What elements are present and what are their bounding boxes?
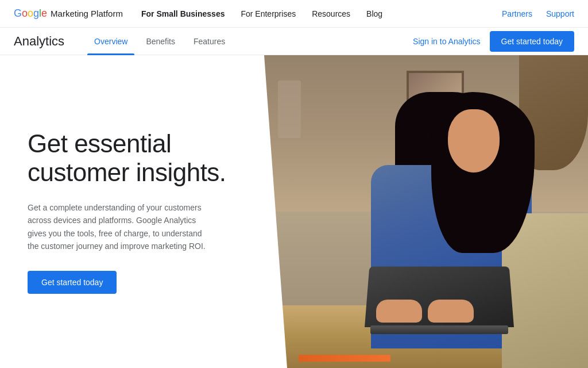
nav-link-resources[interactable]: Resources (312, 9, 350, 18)
platform-name: Marketing Platform (51, 9, 123, 18)
secondary-nav: Analytics Overview Benefits Features Sig… (0, 28, 588, 55)
tab-benefits[interactable]: Benefits (139, 28, 182, 55)
nav-link-blog[interactable]: Blog (366, 9, 382, 18)
tab-features[interactable]: Features (187, 28, 232, 55)
google-logo: Google (14, 7, 47, 20)
hand-left (376, 300, 422, 323)
sec-nav-right: Sign in to Analytics Get started today (413, 31, 574, 52)
top-nav: Google Marketing Platform For Small Busi… (0, 0, 588, 28)
nav-link-support[interactable]: Support (546, 9, 574, 18)
nav-link-enterprises[interactable]: For Enterprises (241, 9, 296, 18)
analytics-brand: Analytics (14, 34, 64, 49)
hero-cta-button[interactable]: Get started today (28, 271, 117, 294)
hero-content-panel: Get essential customer insights. Get a c… (0, 55, 287, 368)
face (448, 109, 500, 172)
hand-right (428, 300, 474, 323)
logo-area: Google Marketing Platform (14, 7, 123, 20)
hero-section: Get essential customer insights. Get a c… (0, 55, 588, 368)
tab-overview[interactable]: Overview (87, 28, 134, 55)
hero-headline: Get essential customer insights. (28, 129, 260, 187)
hero-description: Get a complete understanding of your cus… (28, 201, 211, 253)
get-started-header-button[interactable]: Get started today (490, 31, 574, 52)
nav-link-small-biz[interactable]: For Small Businesses (141, 9, 225, 18)
hands-laptop-area (359, 264, 543, 334)
top-nav-right: Partners Support (502, 9, 574, 18)
logo-g: G (14, 7, 22, 20)
shelf-item-bottle (278, 80, 301, 138)
laptop-base (370, 325, 508, 334)
sec-nav-links: Overview Benefits Features (87, 28, 413, 55)
top-nav-links: For Small Businesses For Enterprises Res… (141, 9, 502, 18)
nav-link-partners[interactable]: Partners (502, 9, 532, 18)
sign-in-link[interactable]: Sign in to Analytics (413, 37, 481, 46)
person-figure (347, 86, 588, 368)
